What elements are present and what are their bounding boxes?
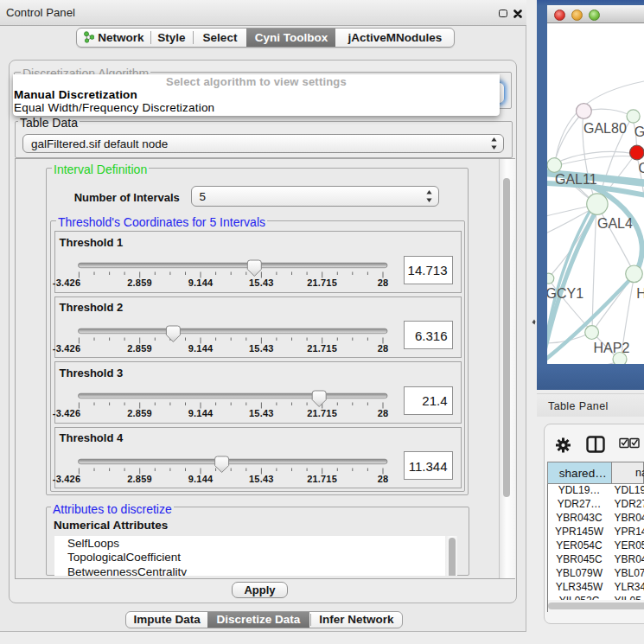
svg-text:GAL11: GAL11 (555, 172, 597, 187)
svg-text:9.144: 9.144 (188, 277, 214, 288)
svg-text:-3.426: -3.426 (53, 343, 80, 354)
svg-text:-3.426: -3.426 (53, 408, 80, 418)
svg-text:15.43: 15.43 (249, 474, 274, 484)
svg-text:2.859: 2.859 (127, 474, 152, 484)
svg-text:28: 28 (378, 474, 389, 484)
svg-text:15.43: 15.43 (249, 408, 274, 418)
svg-text:H: H (636, 286, 644, 301)
svg-text:28: 28 (378, 408, 389, 418)
svg-text:21.715: 21.715 (307, 277, 337, 288)
svg-text:9.144: 9.144 (188, 474, 214, 484)
svg-text:GA: GA (634, 124, 644, 139)
svg-text:2.859: 2.859 (127, 408, 152, 418)
svg-text:21.715: 21.715 (307, 408, 337, 418)
svg-text:9.144: 9.144 (188, 408, 214, 418)
svg-text:15.43: 15.43 (249, 343, 274, 354)
svg-text:GAL4: GAL4 (597, 216, 633, 231)
svg-text:GAL80: GAL80 (583, 121, 627, 136)
svg-text:GCY1: GCY1 (547, 286, 583, 301)
svg-text:28: 28 (378, 277, 389, 288)
svg-text:21.715: 21.715 (307, 474, 337, 484)
svg-text:28: 28 (378, 343, 389, 354)
svg-text:21.715: 21.715 (307, 343, 337, 354)
svg-text:-3.426: -3.426 (53, 277, 80, 288)
svg-text:-3.426: -3.426 (53, 474, 80, 484)
svg-text:HAP2: HAP2 (594, 341, 630, 355)
svg-text:2.859: 2.859 (127, 343, 152, 354)
svg-text:C: C (639, 161, 644, 175)
svg-text:9.144: 9.144 (188, 343, 214, 354)
svg-text:2.859: 2.859 (127, 277, 152, 288)
svg-text:15.43: 15.43 (249, 277, 274, 288)
